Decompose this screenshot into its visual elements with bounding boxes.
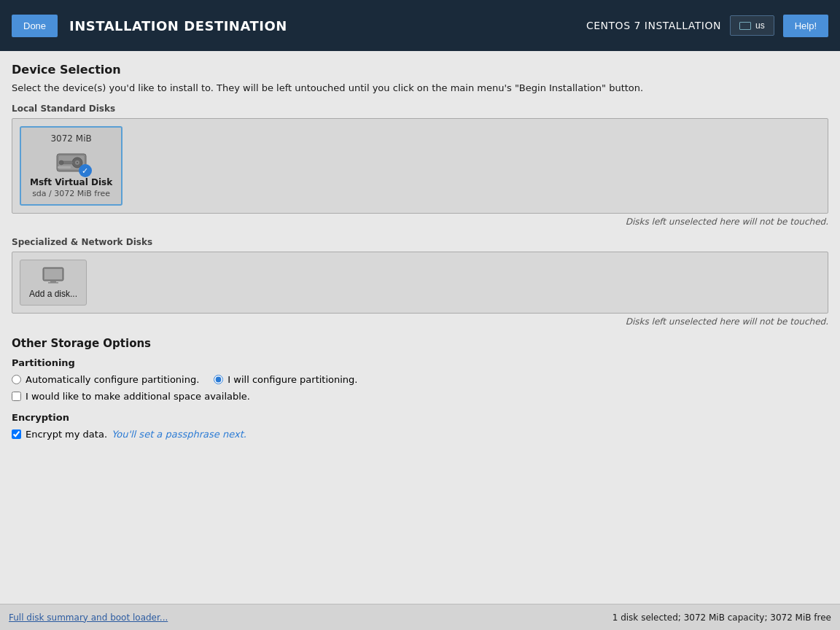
auto-partition-radio[interactable] [12,375,21,384]
svg-rect-11 [48,282,58,284]
encryption-section: Encryption Encrypt my data. You'll set a… [12,412,828,440]
disk-selected-check: ✓ [79,164,92,177]
svg-rect-7 [58,166,71,168]
specialized-label: Specialized & Network Disks [12,237,828,247]
auto-partition-label: Automatically configure partitioning. [26,374,199,385]
disk-info: sda / 3072 MiB free [30,189,112,198]
disk-icon: ✓ [54,148,89,174]
add-disk-label: Add a disk... [29,289,77,299]
page-title: INSTALLATION DESTINATION [69,18,287,34]
local-disks-container: 3072 MiB [12,118,828,214]
keyboard-button[interactable]: us [730,15,774,36]
main-content: Device Selection Select the device(s) yo… [0,51,840,604]
partitioning-radio-group: Automatically configure partitioning. I … [12,374,828,385]
done-button[interactable]: Done [12,15,58,37]
svg-point-4 [77,162,78,163]
full-disk-link[interactable]: Full disk summary and boot loader... [9,612,168,623]
unselected-note-specialized: Disks left unselected here will not be t… [12,316,828,327]
additional-space-checkbox[interactable] [12,392,21,401]
keyboard-locale: us [755,20,765,31]
other-storage-title: Other Storage Options [12,337,828,350]
encrypt-note: You'll set a passphrase next. [112,429,246,440]
encryption-label: Encryption [12,412,828,423]
svg-rect-10 [50,281,56,282]
auto-partition-option[interactable]: Automatically configure partitioning. [12,374,199,385]
svg-point-6 [59,160,63,165]
partitioning-label: Partitioning [12,357,828,368]
unselected-note-local: Disks left unselected here will not be t… [12,217,828,227]
other-storage-section: Other Storage Options Partitioning Autom… [12,337,828,440]
disk-item-sda[interactable]: 3072 MiB [20,126,122,206]
additional-space-label: I would like to make additional space av… [26,391,250,402]
svg-rect-9 [44,269,62,279]
device-selection-title: Device Selection [12,63,828,77]
encrypt-label: Encrypt my data. [26,429,107,440]
disk-name: Msft Virtual Disk [30,177,112,187]
local-standard-label: Local Standard Disks [12,104,828,114]
manual-partition-radio[interactable] [214,375,223,384]
manual-partition-label: I will configure partitioning. [228,374,357,385]
header-left: Done INSTALLATION DESTINATION [12,15,287,37]
encrypt-checkbox[interactable] [12,429,21,439]
header-right: CENTOS 7 INSTALLATION us Help! [586,15,828,37]
selection-description: Select the device(s) you'd like to insta… [12,82,828,93]
disk-size: 3072 MiB [30,133,112,144]
centos-label: CENTOS 7 INSTALLATION [586,20,721,31]
keyboard-icon [739,22,751,30]
header: Done INSTALLATION DESTINATION CENTOS 7 I… [0,0,840,51]
disk-status: 1 disk selected; 3072 MiB capacity; 3072… [612,612,831,623]
add-disk-button[interactable]: Add a disk... [20,260,87,306]
specialized-container: Add a disk... [12,252,828,314]
additional-space-option[interactable]: I would like to make additional space av… [12,391,828,402]
footer: Full disk summary and boot loader... 1 d… [0,604,840,630]
add-disk-icon [42,266,65,286]
device-selection-section: Device Selection Select the device(s) yo… [12,63,828,327]
encrypt-row: Encrypt my data. You'll set a passphrase… [12,429,828,440]
help-button[interactable]: Help! [783,15,828,37]
manual-partition-option[interactable]: I will configure partitioning. [214,374,357,385]
